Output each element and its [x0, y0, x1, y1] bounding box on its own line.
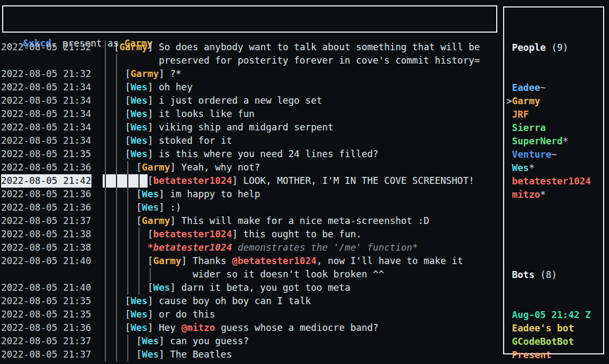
nick: Garmy	[142, 215, 170, 226]
sidebar-user-item[interactable]: mitzo*	[506, 188, 603, 202]
chat-message-row[interactable]: 2022-08-05 21:36[Wes] :)	[1, 201, 181, 214]
thread-line	[125, 241, 131, 254]
message-text: ] this ought to be fun.	[232, 229, 361, 239]
sidebar-bot-item[interactable]: Present	[506, 348, 603, 362]
thread-line	[136, 174, 142, 188]
thread-gap	[97, 281, 103, 295]
sidebar-user-item[interactable]: Sierra	[506, 121, 603, 135]
user-mode-suffix: ~	[551, 149, 557, 160]
chat-message-row[interactable]: 2022-08-05 21:38*betatester1024 demonstr…	[1, 241, 418, 254]
nick: Wes	[130, 82, 148, 92]
user-name: Sierra	[512, 122, 546, 133]
chat-message-row[interactable]: wider so it doesn't look broken ^^	[1, 268, 384, 281]
thread-line	[125, 188, 131, 201]
sidebar-user-item[interactable]: betatester1024	[506, 175, 603, 188]
chat-message-row[interactable]: 2022-08-05 21:34[Wes] viking ship and mi…	[1, 121, 334, 134]
chat-message-row[interactable]: 2022-08-05 21:40[Wes] darn it beta, you …	[1, 281, 350, 295]
chat-message-row-selected[interactable]: 2022-08-05 21:42[betatester1024] LOOK, M…	[1, 174, 474, 188]
thread-gap	[97, 214, 103, 228]
message-text: [	[125, 135, 131, 146]
timestamp: 2022-08-05 21:38	[1, 228, 91, 241]
sidebar-user-item[interactable]: SuperNerd*	[506, 135, 603, 148]
chat-message-row[interactable]: 2022-08-05 21:36[Wes] Hey @mitzo guess w…	[1, 321, 379, 335]
timestamp: 2022-08-05 21:42	[1, 174, 91, 188]
thread-gap	[97, 348, 103, 361]
user-prefix-gap	[506, 175, 512, 188]
message-text: ] viking ship and midgard serpent	[148, 122, 334, 133]
sidebar-user-item[interactable]: Venture~	[506, 148, 603, 161]
thread-gap	[91, 174, 97, 188]
thread-line	[103, 94, 109, 107]
chat-message-row[interactable]: 2022-08-05 21:34[Wes] i just ordered a n…	[1, 94, 322, 107]
thread-gap	[97, 335, 103, 348]
thread-gap	[153, 54, 159, 67]
thread-gap	[119, 107, 125, 121]
sidebar-bot-item[interactable]: SearchBot	[506, 362, 603, 364]
thread-gap	[108, 94, 114, 107]
thread-gap	[108, 81, 114, 94]
thread-gap	[148, 54, 153, 67]
bots-header: Bots (8)	[506, 268, 603, 282]
thread-gap	[108, 281, 114, 295]
timestamp: 2022-08-05 21:34	[1, 121, 91, 134]
thread-gap	[142, 174, 148, 188]
message-text: [	[148, 175, 153, 186]
message-text: [	[136, 215, 142, 226]
chat-message-row[interactable]: 2022-08-05 21:37[Wes] The Beatles	[1, 348, 232, 361]
sidebar-bot-item[interactable]: Aug-05 21:42 Z	[506, 308, 603, 322]
thread-gap	[119, 228, 125, 241]
user-name: Present	[512, 350, 552, 360]
chat-message-row[interactable]: 2022-08-05 21:32[Garmy] So does anybody …	[1, 41, 480, 54]
chat-message-row[interactable]: 2022-08-05 21:34[Wes] oh hey	[1, 81, 192, 94]
sidebar-user-item[interactable]: Wes*	[506, 161, 603, 175]
message-text: ] The Beatles	[159, 349, 232, 360]
chat-message-row[interactable]: 2022-08-05 21:34[Wes] it looks like fun	[1, 107, 255, 121]
thread-gap	[91, 94, 97, 107]
chat-message-row[interactable]: 2022-08-05 21:40[Garmy] Thanks @betatest…	[1, 254, 463, 268]
message-text: wider so it doesn't look broken ^^	[192, 269, 384, 280]
sidebar-bot-item[interactable]: Eadee's bot	[506, 322, 603, 335]
thread-gap	[108, 228, 114, 241]
chat-message-row[interactable]: 2022-08-05 21:38[betatester1024] this ou…	[1, 228, 361, 241]
thread-line	[114, 161, 120, 174]
chat-message-row[interactable]: 2022-08-05 21:35[Wes] is this where you …	[1, 148, 379, 161]
timestamp: 2022-08-05 21:37	[1, 335, 91, 348]
message-text: [	[136, 162, 142, 173]
chat-message-row[interactable]: 2022-08-05 21:37[Garmy] This will make f…	[1, 214, 429, 228]
thread-gap	[97, 54, 103, 67]
sidebar-user-item[interactable]: JRF	[506, 108, 603, 121]
selected-user-marker: >	[506, 95, 512, 108]
chat-message-row[interactable]: 2022-08-05 21:35[Wes] or do this	[1, 308, 215, 321]
nick: Garmy	[119, 42, 148, 52]
chat-message-row[interactable]: 2022-08-05 21:34[Wes] stoked for it	[1, 134, 232, 148]
thread-line	[103, 295, 109, 308]
message-text: ] Yeah, why not?	[170, 162, 260, 173]
message-text: [	[125, 122, 131, 133]
thread-gap	[97, 121, 103, 134]
thread-line	[103, 201, 109, 214]
chat-message-row[interactable]: 2022-08-05 21:32[Garmy] ?*	[1, 67, 181, 81]
sidebar-bot-item[interactable]: GCodeBotBot	[506, 335, 603, 348]
chat-message-row[interactable]: preserved for posterity forever in cove'…	[1, 54, 480, 67]
thread-gap	[130, 188, 136, 201]
thread-line	[103, 148, 109, 161]
timestamp	[1, 54, 91, 67]
thread-gap	[142, 281, 148, 295]
sidebar-user-item[interactable]: Eadee~	[506, 81, 603, 95]
user-prefix-gap	[506, 322, 512, 335]
sidebar-user-item[interactable]: >Garmy	[506, 95, 603, 108]
chat-message-row[interactable]: 2022-08-05 21:35[Wes] cause boy oh boy c…	[1, 295, 311, 308]
message-text: ] im happy to help	[159, 189, 260, 199]
user-name: SuperNerd	[512, 136, 563, 146]
thread-line	[136, 228, 142, 241]
message-text: [	[125, 149, 131, 159]
chat-message-row[interactable]: 2022-08-05 21:36[Garmy] Yeah, why not?	[1, 161, 260, 174]
thread-line	[114, 188, 120, 201]
thread-gap	[108, 107, 114, 121]
chat-message-row[interactable]: 2022-08-05 21:37[Wes] can you guess?	[1, 335, 249, 348]
timestamp: 2022-08-05 21:40	[1, 281, 91, 295]
message-text: [	[136, 336, 142, 346]
thread-line	[103, 348, 109, 361]
chat-message-row[interactable]: 2022-08-05 21:36[Wes] im happy to help	[1, 188, 260, 201]
thread-line	[103, 335, 109, 348]
